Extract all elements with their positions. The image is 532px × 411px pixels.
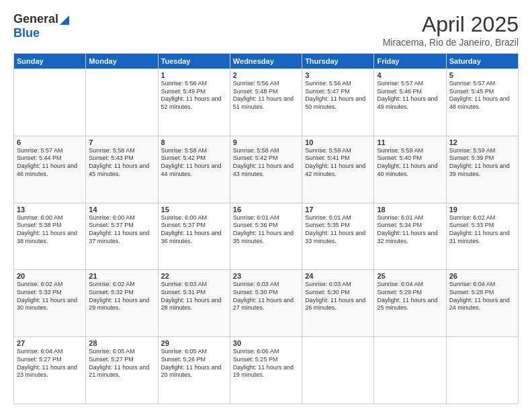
cell-content: 12Sunrise: 5:59 AM Sunset: 5:39 PM Dayli… [449, 138, 515, 179]
day-cell [14, 69, 86, 136]
cell-content: 1Sunrise: 5:56 AM Sunset: 5:49 PM Daylig… [161, 71, 227, 111]
location: Miracema, Rio de Janeiro, Brazil [383, 37, 519, 48]
day-cell: 14Sunrise: 6:00 AM Sunset: 5:37 PM Dayli… [86, 203, 158, 270]
cell-details: Sunrise: 5:57 AM Sunset: 5:45 PM Dayligh… [449, 80, 515, 111]
svg-marker-0 [60, 15, 69, 25]
day-cell: 19Sunrise: 6:02 AM Sunset: 5:33 PM Dayli… [446, 203, 518, 270]
cell-details: Sunrise: 6:00 AM Sunset: 5:38 PM Dayligh… [17, 214, 83, 246]
cell-content: 20Sunrise: 6:02 AM Sunset: 5:33 PM Dayli… [17, 272, 83, 312]
cell-content: 15Sunrise: 6:00 AM Sunset: 5:37 PM Dayli… [161, 205, 227, 246]
day-number: 8 [161, 138, 227, 146]
cell-details: Sunrise: 5:56 AM Sunset: 5:49 PM Dayligh… [161, 80, 227, 111]
cell-content: 11Sunrise: 5:59 AM Sunset: 5:40 PM Dayli… [377, 138, 443, 179]
cell-content: 28Sunrise: 6:05 AM Sunset: 5:27 PM Dayli… [89, 339, 154, 379]
day-number: 14 [89, 205, 154, 214]
day-number: 13 [17, 205, 83, 214]
day-number: 16 [233, 205, 299, 214]
week-row-4: 20Sunrise: 6:02 AM Sunset: 5:33 PM Dayli… [14, 270, 519, 337]
day-number: 3 [305, 71, 371, 79]
week-row-3: 13Sunrise: 6:00 AM Sunset: 5:38 PM Dayli… [14, 203, 519, 270]
cell-content: 6Sunrise: 5:57 AM Sunset: 5:44 PM Daylig… [17, 138, 83, 179]
day-number: 26 [449, 272, 515, 280]
cell-content: 5Sunrise: 5:57 AM Sunset: 5:45 PM Daylig… [449, 71, 515, 111]
days-header-row: SundayMondayTuesdayWednesdayThursdayFrid… [14, 54, 519, 69]
day-header-monday: Monday [86, 54, 158, 69]
day-cell [374, 337, 446, 404]
day-cell: 9Sunrise: 5:58 AM Sunset: 5:42 PM Daylig… [230, 136, 302, 203]
day-cell: 12Sunrise: 5:59 AM Sunset: 5:39 PM Dayli… [446, 136, 518, 203]
cell-content: 19Sunrise: 6:02 AM Sunset: 5:33 PM Dayli… [449, 205, 515, 246]
day-number: 12 [449, 138, 515, 146]
cell-details: Sunrise: 6:01 AM Sunset: 5:36 PM Dayligh… [233, 214, 299, 246]
day-number: 22 [161, 272, 227, 280]
day-number: 30 [233, 339, 299, 347]
cell-content: 24Sunrise: 6:03 AM Sunset: 5:30 PM Dayli… [305, 272, 371, 312]
cell-details: Sunrise: 6:02 AM Sunset: 5:32 PM Dayligh… [89, 281, 154, 312]
cell-details: Sunrise: 5:59 AM Sunset: 5:39 PM Dayligh… [449, 147, 515, 179]
day-cell [86, 69, 158, 136]
day-number: 9 [233, 138, 299, 146]
day-number: 29 [161, 339, 227, 347]
cell-details: Sunrise: 5:57 AM Sunset: 5:46 PM Dayligh… [377, 80, 443, 111]
cell-details: Sunrise: 6:02 AM Sunset: 5:33 PM Dayligh… [17, 281, 83, 312]
day-cell: 29Sunrise: 6:05 AM Sunset: 5:26 PM Dayli… [158, 337, 230, 404]
day-number: 17 [305, 205, 371, 214]
cell-details: Sunrise: 6:04 AM Sunset: 5:29 PM Dayligh… [377, 281, 443, 312]
cell-details: Sunrise: 6:01 AM Sunset: 5:34 PM Dayligh… [377, 214, 443, 246]
day-cell: 23Sunrise: 6:03 AM Sunset: 5:30 PM Dayli… [230, 270, 302, 337]
day-number: 4 [377, 71, 443, 79]
cell-content: 4Sunrise: 5:57 AM Sunset: 5:46 PM Daylig… [377, 71, 443, 111]
day-number: 7 [89, 138, 154, 146]
cell-content: 26Sunrise: 6:04 AM Sunset: 5:28 PM Dayli… [449, 272, 515, 312]
day-number: 25 [377, 272, 443, 280]
cell-details: Sunrise: 5:56 AM Sunset: 5:48 PM Dayligh… [233, 80, 299, 111]
day-cell: 25Sunrise: 6:04 AM Sunset: 5:29 PM Dayli… [374, 270, 446, 337]
cell-details: Sunrise: 5:59 AM Sunset: 5:40 PM Dayligh… [377, 147, 443, 179]
day-number: 18 [377, 205, 443, 214]
cell-content: 29Sunrise: 6:05 AM Sunset: 5:26 PM Dayli… [161, 339, 227, 379]
day-header-tuesday: Tuesday [158, 54, 230, 69]
calendar-page: General Blue April 2025 Miracema, Rio de… [0, 0, 532, 411]
day-cell: 15Sunrise: 6:00 AM Sunset: 5:37 PM Dayli… [158, 203, 230, 270]
day-header-thursday: Thursday [302, 54, 374, 69]
month-year: April 2025 [383, 12, 519, 37]
day-header-saturday: Saturday [446, 54, 518, 69]
header: General Blue April 2025 Miracema, Rio de… [13, 12, 519, 48]
cell-details: Sunrise: 6:06 AM Sunset: 5:25 PM Dayligh… [233, 348, 299, 379]
day-number: 19 [449, 205, 515, 214]
day-number: 6 [17, 138, 83, 146]
day-cell: 22Sunrise: 6:03 AM Sunset: 5:31 PM Dayli… [158, 270, 230, 337]
day-cell: 6Sunrise: 5:57 AM Sunset: 5:44 PM Daylig… [14, 136, 86, 203]
day-cell: 20Sunrise: 6:02 AM Sunset: 5:33 PM Dayli… [14, 270, 86, 337]
cell-details: Sunrise: 6:00 AM Sunset: 5:37 PM Dayligh… [161, 214, 227, 246]
day-number: 24 [305, 272, 371, 280]
day-cell: 8Sunrise: 5:58 AM Sunset: 5:42 PM Daylig… [158, 136, 230, 203]
cell-details: Sunrise: 6:05 AM Sunset: 5:26 PM Dayligh… [161, 348, 227, 379]
day-number: 21 [89, 272, 154, 280]
cell-content: 21Sunrise: 6:02 AM Sunset: 5:32 PM Dayli… [89, 272, 154, 312]
cell-details: Sunrise: 5:59 AM Sunset: 5:41 PM Dayligh… [305, 147, 371, 179]
day-cell: 30Sunrise: 6:06 AM Sunset: 5:25 PM Dayli… [230, 337, 302, 404]
logo: General Blue [13, 12, 69, 40]
day-cell: 16Sunrise: 6:01 AM Sunset: 5:36 PM Dayli… [230, 203, 302, 270]
day-cell: 10Sunrise: 5:59 AM Sunset: 5:41 PM Dayli… [302, 136, 374, 203]
cell-content: 23Sunrise: 6:03 AM Sunset: 5:30 PM Dayli… [233, 272, 299, 312]
day-number: 10 [305, 138, 371, 146]
week-row-1: 1Sunrise: 5:56 AM Sunset: 5:49 PM Daylig… [14, 69, 519, 136]
logo-general-text: General [13, 12, 58, 26]
cell-content: 16Sunrise: 6:01 AM Sunset: 5:36 PM Dayli… [233, 205, 299, 246]
day-cell: 13Sunrise: 6:00 AM Sunset: 5:38 PM Dayli… [14, 203, 86, 270]
day-number: 11 [377, 138, 443, 146]
day-number: 1 [161, 71, 227, 79]
cell-content: 30Sunrise: 6:06 AM Sunset: 5:25 PM Dayli… [233, 339, 299, 379]
calendar-table: SundayMondayTuesdayWednesdayThursdayFrid… [13, 53, 519, 404]
day-cell: 18Sunrise: 6:01 AM Sunset: 5:34 PM Dayli… [374, 203, 446, 270]
cell-details: Sunrise: 6:02 AM Sunset: 5:33 PM Dayligh… [449, 214, 515, 246]
cell-details: Sunrise: 6:03 AM Sunset: 5:30 PM Dayligh… [233, 281, 299, 312]
cell-details: Sunrise: 6:05 AM Sunset: 5:27 PM Dayligh… [89, 348, 154, 379]
day-cell: 3Sunrise: 5:56 AM Sunset: 5:47 PM Daylig… [302, 69, 374, 136]
day-cell: 17Sunrise: 6:01 AM Sunset: 5:35 PM Dayli… [302, 203, 374, 270]
day-cell [446, 337, 518, 404]
cell-details: Sunrise: 5:58 AM Sunset: 5:42 PM Dayligh… [161, 147, 227, 179]
day-number: 27 [17, 339, 83, 347]
